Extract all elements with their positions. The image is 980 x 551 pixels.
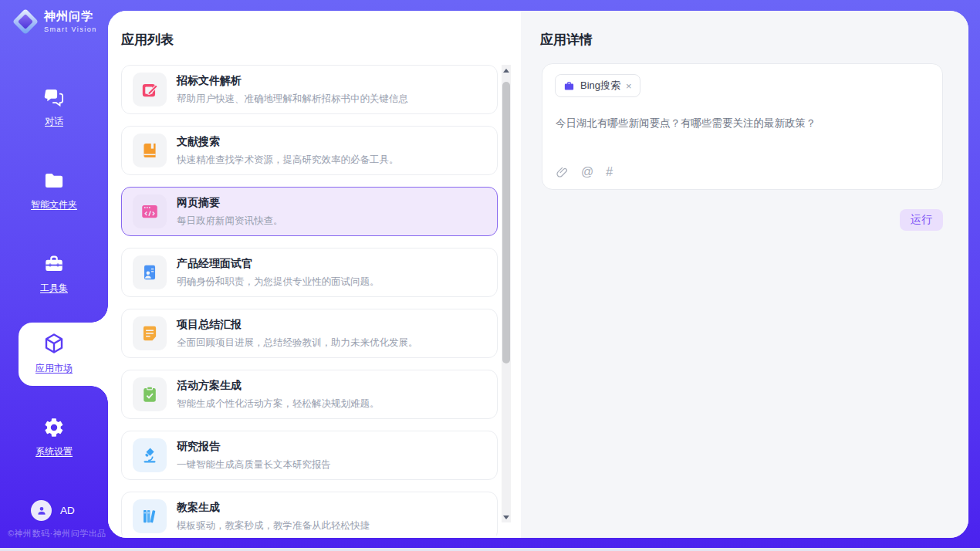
sidebar: 神州问学 Smart Vision 对话 智能文件夹 工具集 应用市场 系统设置 xyxy=(0,0,108,551)
cube-icon xyxy=(42,332,66,353)
scrollbar-down-button[interactable] xyxy=(502,512,511,522)
sidebar-item-chat[interactable]: 对话 xyxy=(0,86,108,128)
book-icon xyxy=(133,134,167,167)
clipboard-check-icon xyxy=(133,377,167,411)
bottom-edge-strip xyxy=(0,548,980,551)
app-card-pm-interviewer[interactable]: 产品经理面试官 明确身份和职责，为您提供专业性的面试问题。 xyxy=(121,248,498,297)
app-card-desc: 智能生成个性化活动方案，轻松解决规划难题。 xyxy=(177,397,380,411)
composer-toolbar: @ # xyxy=(556,165,613,179)
scrollbar-thumb[interactable] xyxy=(502,82,510,363)
app-card-title: 活动方案生成 xyxy=(177,379,380,393)
brand-name: 神州问学 xyxy=(44,9,97,24)
user-initials: AD xyxy=(60,505,75,516)
note-icon xyxy=(133,316,167,350)
app-card-title: 研究报告 xyxy=(177,440,331,454)
app-card-desc: 模板驱动，教案秒成，教学准备从此轻松快捷 xyxy=(177,519,370,532)
run-button[interactable]: 运行 xyxy=(900,209,943,231)
document-edit-icon xyxy=(133,73,167,106)
scrollbar-up-button[interactable] xyxy=(502,65,511,76)
app-card-desc: 快速精准查找学术资源，提高研究效率的必备工具。 xyxy=(177,154,399,167)
app-card-web-summary[interactable]: 网页摘要 每日政府新闻资讯快查。 xyxy=(121,187,498,236)
app-detail-title: 应用详情 xyxy=(540,31,593,49)
app-card-research-report[interactable]: 研究报告 一键智能生成高质量长文本研究报告 xyxy=(121,431,498,480)
sidebar-item-app-market[interactable]: 应用市场 xyxy=(0,332,108,375)
brand-tagline: Smart Vision xyxy=(44,25,97,33)
app-card-lesson-plan[interactable]: 教案生成 模板驱动，教案秒成，教学准备从此轻松快捷 xyxy=(121,492,498,536)
app-list: 招标文件解析 帮助用户快速、准确地理解和解析招标书中的关键信息 文献搜索 快速精… xyxy=(121,65,498,536)
app-detail-panel: 应用详情 Bing搜索 × 今日湖北有哪些新闻要点？有哪些需要关注的最新政策？ … xyxy=(521,11,968,538)
app-card-title: 教案生成 xyxy=(177,501,370,515)
folder-icon xyxy=(43,170,65,191)
brand: 神州问学 Smart Vision xyxy=(14,9,97,33)
app-list-title: 应用列表 xyxy=(121,31,174,49)
tool-chip-label: Bing搜索 xyxy=(580,79,620,93)
chat-icon xyxy=(43,86,65,108)
tool-chip-bing-search[interactable]: Bing搜索 × xyxy=(555,74,640,97)
app-card-desc: 一键智能生成高质量长文本研究报告 xyxy=(177,458,331,472)
toolbox-icon xyxy=(43,253,65,275)
prompt-composer-card: Bing搜索 × 今日湖北有哪些新闻要点？有哪些需要关注的最新政策？ @ # xyxy=(542,63,943,190)
sidebar-item-settings[interactable]: 系统设置 xyxy=(0,417,108,458)
scroll-down-icon xyxy=(503,516,509,519)
app-card-desc: 帮助用户快速、准确地理解和解析招标书中的关键信息 xyxy=(177,93,408,106)
gear-icon xyxy=(43,417,65,438)
app-card-project-summary[interactable]: 项目总结汇报 全面回顾项目进展，总结经验教训，助力未来优化发展。 xyxy=(121,309,498,358)
scroll-up-icon xyxy=(503,69,509,73)
sidebar-item-smart-folder[interactable]: 智能文件夹 xyxy=(0,170,108,211)
app-card-desc: 每日政府新闻资讯快查。 xyxy=(177,215,283,228)
sidebar-item-label: 系统设置 xyxy=(0,445,108,458)
user-account[interactable]: AD xyxy=(31,500,75,521)
user-avatar-icon xyxy=(31,500,52,521)
close-icon[interactable]: × xyxy=(626,81,632,91)
sidebar-item-label: 对话 xyxy=(0,115,108,128)
main-window: 应用列表 招标文件解析 帮助用户快速、准确地理解和解析招标书中的关键信息 文献搜… xyxy=(108,11,968,538)
prompt-input[interactable]: 今日湖北有哪些新闻要点？有哪些需要关注的最新政策？ xyxy=(556,117,930,130)
sidebar-item-toolset[interactable]: 工具集 xyxy=(0,253,108,295)
app-card-title: 招标文件解析 xyxy=(177,74,408,88)
interviewer-doc-icon xyxy=(133,255,167,289)
app-card-literature-search[interactable]: 文献搜索 快速精准查找学术资源，提高研究效率的必备工具。 xyxy=(121,126,498,175)
briefcase-icon xyxy=(563,80,575,92)
app-card-title: 产品经理面试官 xyxy=(177,257,380,271)
diamond-logo-icon xyxy=(14,10,37,33)
app-card-event-plan[interactable]: 活动方案生成 智能生成个性化活动方案，轻松解决规划难题。 xyxy=(121,370,498,419)
paperclip-icon[interactable] xyxy=(556,166,569,179)
app-card-bid-analysis[interactable]: 招标文件解析 帮助用户快速、准确地理解和解析招标书中的关键信息 xyxy=(121,65,498,114)
books-icon xyxy=(133,499,167,533)
hash-icon[interactable]: # xyxy=(606,165,613,179)
app-card-title: 文献搜索 xyxy=(177,135,399,149)
sidebar-item-label: 应用市场 xyxy=(0,362,108,375)
browser-code-icon xyxy=(133,194,167,228)
app-card-title: 网页摘要 xyxy=(177,196,283,210)
sidebar-item-label: 智能文件夹 xyxy=(0,198,108,211)
microscope-icon xyxy=(133,438,167,472)
at-icon[interactable]: @ xyxy=(581,165,593,179)
app-card-desc: 明确身份和职责，为您提供专业性的面试问题。 xyxy=(177,276,380,289)
app-card-desc: 全面回顾项目进展，总结经验教训，助力未来优化发展。 xyxy=(177,336,418,350)
app-card-title: 项目总结汇报 xyxy=(177,318,418,332)
copyright-text: ©神州数码·神州问学出品 xyxy=(8,528,106,539)
app-list-panel: 应用列表 招标文件解析 帮助用户快速、准确地理解和解析招标书中的关键信息 文献搜… xyxy=(108,11,521,538)
sidebar-item-label: 工具集 xyxy=(0,282,108,295)
